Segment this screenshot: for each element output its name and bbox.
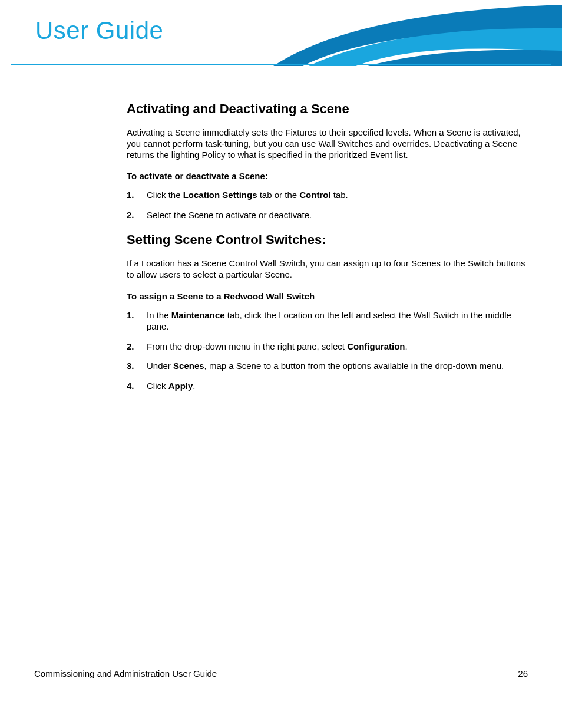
step: 2. From the drop-down menu in the right … [127, 341, 533, 353]
header-swoosh-graphic [256, 0, 562, 66]
section1-steps: 1. Click the Location Settings tab or th… [127, 189, 533, 220]
text-run: . [193, 381, 195, 391]
content-area: Activating and Deactivating a Scene Acti… [127, 94, 533, 403]
section1-heading: Activating and Deactivating a Scene [127, 101, 533, 117]
text-run: tab. [331, 190, 348, 200]
section1-subhead: To activate or deactivate a Scene: [127, 171, 533, 181]
step: 1. In the Maintenance tab, click the Loc… [127, 309, 533, 332]
section2-heading: Setting Scene Control Switches: [127, 232, 533, 248]
text-run: In the [147, 310, 171, 320]
text-run: From the drop-down menu in the right pan… [147, 341, 347, 351]
page-header: User Guide [0, 0, 562, 66]
bold-run: Location Settings [183, 190, 257, 200]
section2-subhead: To assign a Scene to a Redwood Wall Swit… [127, 291, 533, 301]
page-number: 26 [518, 668, 528, 678]
step: 3. Under Scenes, map a Scene to a button… [127, 360, 533, 372]
section2-intro: If a Location has a Scene Control Wall S… [127, 258, 533, 281]
text-run: Click the [147, 190, 183, 200]
bold-run: Apply [168, 381, 193, 391]
bold-run: Control [299, 190, 330, 200]
step: 2. Select the Scene to activate or deact… [127, 209, 533, 221]
footer-title: Commissioning and Administration User Gu… [34, 668, 217, 678]
step-number: 3. [127, 360, 142, 372]
text-run: , map a Scene to a button from the optio… [204, 361, 504, 371]
bold-run: Configuration [347, 341, 405, 351]
step-number: 1. [127, 309, 142, 321]
section1-intro: Activating a Scene immediately sets the … [127, 127, 533, 160]
step-text: From the drop-down menu in the right pan… [147, 341, 408, 351]
text-run: tab or the [257, 190, 300, 200]
step: 1. Click the Location Settings tab or th… [127, 189, 533, 201]
header-rule [11, 64, 551, 65]
page: User Guide Activating and Deactivating a… [0, 0, 562, 728]
section2-steps: 1. In the Maintenance tab, click the Loc… [127, 309, 533, 392]
step-text: Select the Scene to activate or deactiva… [147, 210, 312, 220]
step-text: In the Maintenance tab, click the Locati… [147, 310, 511, 332]
text-run: Under [147, 361, 173, 371]
bold-run: Maintenance [171, 310, 225, 320]
header-title: User Guide [35, 17, 163, 45]
step-text: Click Apply. [147, 381, 196, 391]
footer-rule [34, 663, 528, 663]
step-number: 2. [127, 341, 142, 353]
page-footer: Commissioning and Administration User Gu… [34, 668, 528, 678]
step-number: 1. [127, 189, 142, 201]
step: 4. Click Apply. [127, 380, 533, 392]
step-text: Click the Location Settings tab or the C… [147, 190, 348, 200]
step-text: Under Scenes, map a Scene to a button fr… [147, 361, 504, 371]
bold-run: Scenes [173, 361, 204, 371]
step-number: 2. [127, 209, 142, 221]
step-number: 4. [127, 380, 142, 392]
text-run: . [405, 341, 408, 351]
text-run: Click [147, 381, 168, 391]
